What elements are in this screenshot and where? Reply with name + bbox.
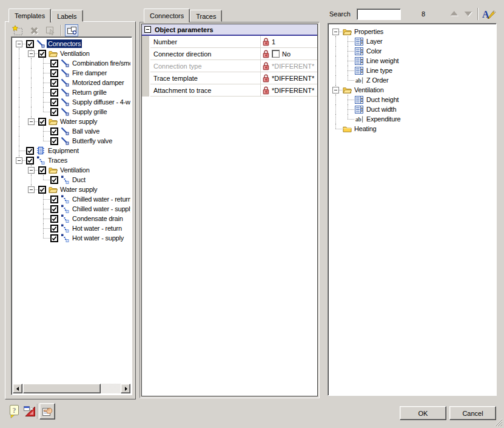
form-hand-icon[interactable]: [39, 403, 55, 420]
tree-label[interactable]: Hot water - return: [71, 224, 123, 233]
param-value[interactable]: *DIFFERENT*: [260, 60, 317, 72]
expander-minus[interactable]: [28, 117, 38, 126]
tab-templates[interactable]: Templates: [8, 8, 51, 22]
delete-icon[interactable]: [27, 24, 41, 36]
checkbox[interactable]: [50, 127, 58, 135]
tree-item-properties[interactable]: Properties: [329, 27, 495, 36]
tree-label[interactable]: Color: [365, 47, 383, 55]
checkbox[interactable]: [50, 234, 58, 242]
tree-item-supply-diffuser-4-wa[interactable]: Supply diffuser - 4-wa: [13, 97, 130, 107]
checkbox[interactable]: [50, 137, 58, 145]
tree-item-duct-width[interactable]: Duct width: [329, 104, 495, 114]
tree-label[interactable]: Supply grille: [71, 107, 108, 116]
checkbox[interactable]: [50, 225, 58, 233]
tree-item-color[interactable]: Color: [329, 46, 495, 56]
checkbox[interactable]: [50, 205, 58, 213]
tree-label[interactable]: Chilled water - return: [71, 195, 130, 203]
tab-labels[interactable]: Labels: [51, 10, 82, 22]
tree-item-return-grille[interactable]: Return grille: [13, 87, 130, 97]
tree-item-ventilation[interactable]: Ventilation: [13, 49, 130, 58]
measure-icon[interactable]: [23, 404, 36, 418]
tree-item-combination-fire-smo[interactable]: Combination fire/smo: [13, 58, 130, 68]
param-row-connection-type[interactable]: Connection type*DIFFERENT*: [150, 60, 317, 72]
param-value[interactable]: 1: [260, 36, 317, 47]
resize-grip[interactable]: [494, 418, 502, 426]
tree-label[interactable]: Ventilation: [59, 166, 91, 174]
tree-item-hot-water-return[interactable]: Hot water - return: [13, 223, 130, 233]
tree-item-layer[interactable]: Layer: [329, 36, 495, 46]
tree-label[interactable]: Motorized damper: [71, 78, 125, 87]
tree-item-condensate-drain[interactable]: Condensate drain: [13, 214, 130, 223]
tree-label[interactable]: Chilled water - supply: [71, 205, 130, 213]
tree-item-ventilation[interactable]: Ventilation: [13, 165, 130, 175]
tree-item-equipment[interactable]: Equipment: [13, 146, 130, 155]
tab-traces[interactable]: Traces: [190, 10, 222, 22]
tree-item-supply-grille[interactable]: Supply grille: [13, 107, 130, 117]
tree-label[interactable]: Ball valve: [71, 127, 101, 135]
param-value[interactable]: *DIFFERENT*: [260, 84, 317, 96]
tree-label[interactable]: Layer: [365, 37, 384, 46]
expander-minus[interactable]: [28, 49, 38, 58]
checkbox[interactable]: [38, 118, 46, 126]
tree-item-duct-height[interactable]: Duct height: [329, 95, 495, 104]
checkbox[interactable]: [50, 59, 58, 67]
cancel-button[interactable]: Cancel: [449, 406, 496, 420]
tree-label[interactable]: Return grille: [71, 88, 108, 97]
tree-label[interactable]: Hot water - supply: [71, 234, 125, 242]
tree-item-chilled-water-supply[interactable]: Chilled water - supply: [13, 204, 130, 214]
tree-label[interactable]: Supply diffuser - 4-wa: [71, 98, 130, 106]
checkbox[interactable]: [50, 79, 58, 87]
tree-item-hot-water-supply[interactable]: Hot water - supply: [13, 233, 130, 243]
checkbox[interactable]: [50, 69, 58, 77]
down-arrow-icon[interactable]: [463, 8, 474, 19]
tree-item-ball-valve[interactable]: Ball valve: [13, 126, 130, 136]
param-value[interactable]: No: [260, 48, 317, 59]
tree-item-connectors[interactable]: Connectors: [13, 39, 130, 49]
param-row-connector-direction[interactable]: Connector directionNo: [150, 48, 317, 60]
tree-label[interactable]: Duct height: [365, 95, 400, 104]
tree-label[interactable]: Expenditure: [365, 115, 402, 123]
edit-label-icon[interactable]: A: [481, 7, 497, 21]
tree-label[interactable]: Combination fire/smo: [71, 59, 130, 67]
checkbox[interactable]: [50, 108, 58, 116]
tree-item-water-supply[interactable]: Water supply: [13, 117, 130, 126]
new-template-icon[interactable]: [11, 24, 24, 36]
collapse-icon[interactable]: [144, 26, 151, 33]
tree-item-z-order[interactable]: abZ Order: [329, 75, 495, 85]
expander-minus[interactable]: [28, 185, 38, 194]
tree-label[interactable]: Properties: [353, 27, 385, 36]
scroll-right-button[interactable]: [121, 384, 130, 393]
checkbox[interactable]: [38, 186, 46, 194]
checkbox[interactable]: [38, 166, 46, 174]
expander-minus[interactable]: [16, 39, 26, 49]
checkbox[interactable]: [26, 157, 34, 165]
tree-item-expenditure[interactable]: abExpenditure: [329, 114, 495, 124]
tree-label[interactable]: Duct width: [365, 105, 397, 114]
assign-template-icon[interactable]: [44, 24, 57, 36]
preview-toggle-icon[interactable]: [65, 24, 78, 36]
expander-minus[interactable]: [16, 155, 26, 165]
param-value[interactable]: *DIFFERENT*: [260, 72, 317, 84]
tree-label[interactable]: Line weight: [365, 56, 400, 65]
tree-item-duct[interactable]: Duct: [13, 175, 130, 185]
help-icon[interactable]: ?: [8, 404, 21, 418]
expander-minus[interactable]: [28, 165, 38, 175]
tree-label[interactable]: Butterfly valve: [71, 137, 113, 145]
scrollbar-thumb[interactable]: [23, 384, 101, 393]
tree-item-motorized-damper[interactable]: Motorized damper: [13, 78, 130, 87]
up-arrow-icon[interactable]: [449, 8, 460, 19]
tree-label[interactable]: Traces: [47, 156, 69, 165]
tree-item-butterfly-valve[interactable]: Butterfly valve: [13, 136, 130, 146]
scroll-left-button[interactable]: [13, 384, 22, 393]
group-header[interactable]: Object parameters: [142, 24, 317, 36]
param-row-attachment-to-trace[interactable]: Attachment to trace*DIFFERENT*: [150, 84, 317, 97]
tree-label[interactable]: Condensate drain: [71, 214, 124, 223]
tree-label[interactable]: Connectors: [47, 39, 82, 48]
tree-item-fire-damper[interactable]: Fire damper: [13, 68, 130, 78]
tree-label[interactable]: Water supply: [59, 117, 98, 126]
tree-label[interactable]: Line type: [365, 66, 394, 75]
checkbox[interactable]: [26, 40, 34, 48]
horizontal-scrollbar[interactable]: [13, 384, 130, 393]
tree-label[interactable]: Heating: [353, 124, 378, 133]
search-input[interactable]: [357, 8, 401, 20]
